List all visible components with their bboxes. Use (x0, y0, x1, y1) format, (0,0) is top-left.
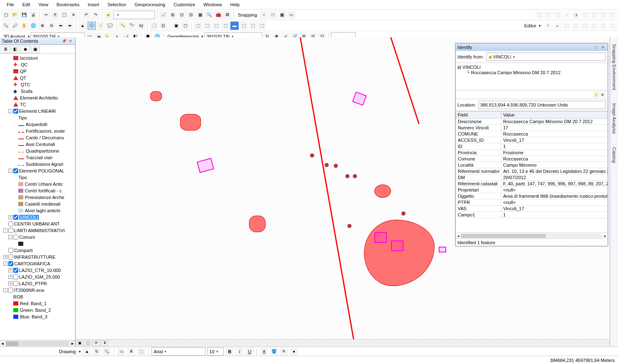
data-view-tab[interactable]: ▣ (76, 340, 83, 346)
editor-label[interactable]: Editor (523, 23, 538, 28)
tree-row[interactable]: +LAZIO_IGM_25.000 (0, 274, 75, 280)
layer-checkbox[interactable] (8, 261, 13, 266)
tree-row[interactable]: Preesistenze Arche (0, 194, 75, 201)
identify-active-icon[interactable]: ⓘ (88, 22, 96, 30)
expand-icon[interactable]: + (8, 268, 12, 272)
tool4-icon[interactable]: ⊟ (187, 11, 195, 19)
zoom-out-icon[interactable]: 🔎 (11, 22, 19, 30)
attr-row[interactable]: ComuneRoccasecca (456, 156, 608, 162)
tree-row[interactable]: RGB (0, 294, 75, 300)
tree-row[interactable]: Iscrizioni (0, 55, 75, 61)
open-icon[interactable]: 📂 (11, 11, 19, 19)
rect-icon[interactable]: ▭ (117, 347, 125, 356)
paste-icon[interactable]: 📋 (60, 11, 68, 19)
identify-from-dropdown[interactable]: ◆ VINCOLI (486, 53, 606, 61)
maximize-icon[interactable]: □ (593, 44, 599, 50)
tree-row[interactable]: +VINCOLI (0, 214, 75, 221)
catalog-icon[interactable]: ▦ (196, 11, 204, 19)
underline-icon[interactable]: U (245, 347, 254, 356)
attr-row[interactable]: VASVincoli_17 (456, 206, 608, 212)
drawing-label[interactable]: Drawing (57, 349, 77, 354)
attr-row[interactable]: DM20/07/2012 (456, 175, 608, 181)
hyperlink-icon[interactable]: ⚡ (97, 22, 105, 30)
tree-row[interactable]: Tipo (0, 114, 75, 121)
expand-icon[interactable]: - (8, 109, 12, 113)
edit-tool-icon[interactable]: ⬚ (599, 22, 607, 30)
menu-view[interactable]: View (34, 1, 53, 8)
tree-row[interactable]: Suddivisioni Agrari (0, 161, 75, 167)
tree-row[interactable]: -IT2000NR.ecw (0, 287, 75, 294)
expand-icon[interactable]: - (8, 235, 12, 239)
tree-row[interactable]: Tracciati viari (0, 154, 75, 161)
dock-tab-catalog[interactable]: Catalog (611, 145, 618, 165)
cad-tool-icon[interactable]: ⬚ (581, 11, 589, 19)
extra-icon[interactable]: ⬚ (249, 22, 257, 30)
tree-row[interactable]: -Comuni (0, 234, 75, 240)
tree-row[interactable]: CENTRI URBANI ANT (0, 221, 75, 227)
menu-windows[interactable]: Windows (199, 1, 226, 8)
tree-row[interactable]: Blue: Band_3 (0, 313, 75, 320)
zoom-in-icon[interactable]: 🔍 (2, 22, 10, 30)
attr-row[interactable]: Numero Vincoli17 (456, 125, 608, 131)
save-icon[interactable]: 💾 (20, 11, 28, 19)
pan-icon[interactable]: ✋ (20, 22, 28, 30)
tree-row[interactable]: Tipo (0, 174, 75, 181)
extra-icon[interactable]: ⬚ (221, 22, 230, 30)
cut-icon[interactable]: ✂ (42, 11, 50, 19)
new-doc-icon[interactable]: ▢ (2, 11, 10, 19)
expand-icon[interactable]: + (8, 281, 12, 286)
sel-tool-icon[interactable]: ▣ (172, 22, 180, 30)
layer-checkbox[interactable] (13, 268, 18, 273)
tree-row[interactable]: Fortificazioni, soste (0, 128, 75, 134)
edit-vertices-icon[interactable]: ⬚ (137, 347, 145, 356)
identify-result-tree[interactable]: ⊟ VINCOLI └ Roccasecca Campo Minonno DM … (456, 63, 608, 90)
full-extent-icon[interactable]: 🌐 (29, 22, 37, 30)
menu-selection[interactable]: Selection (103, 1, 130, 8)
attr-row[interactable]: LocalitàCampo Minonno (456, 162, 608, 168)
edit-tool-icon[interactable]: ⬚ (590, 22, 598, 30)
toolbox-icon[interactable]: 🧰 (214, 11, 222, 19)
attr-row[interactable]: Riferimenti normativiArt. 10, 13 e 45 de… (456, 168, 608, 175)
snap-grid-icon[interactable]: ▦ (278, 11, 286, 19)
cad-tool-icon[interactable]: ○ (562, 11, 571, 19)
tree-row[interactable]: Centri fortificati - c (0, 187, 75, 194)
cad-tool-icon[interactable]: ⬚ (590, 11, 598, 19)
layer-checkbox[interactable] (8, 228, 13, 233)
italic-icon[interactable]: I (235, 347, 244, 356)
scale-dropdown[interactable] (113, 11, 155, 19)
edit-tool-icon[interactable]: ▸ (553, 22, 562, 30)
fill-color-icon[interactable]: 🪣 (270, 347, 278, 356)
find-icon[interactable]: 🔭 (128, 22, 136, 30)
edit-tool-icon[interactable]: ⬚ (581, 22, 589, 30)
expand-icon[interactable]: - (3, 262, 7, 266)
extra-icon[interactable]: ⬚ (212, 22, 220, 30)
toc-list-visibility-icon[interactable]: ◆ (21, 46, 30, 53)
menu-help[interactable]: Help (226, 1, 244, 8)
delete-icon[interactable]: ✕ (69, 11, 78, 19)
redo-icon[interactable]: ↷ (91, 11, 100, 19)
tree-row[interactable]: QT (0, 75, 75, 81)
cad-tool-icon[interactable]: ⬚ (553, 11, 562, 19)
identify-attr-table[interactable]: Field Value DescrizioneRoccasecca Campo … (456, 111, 608, 233)
tree-row[interactable]: Green: Band_2 (0, 307, 75, 313)
tree-row[interactable]: QP (0, 68, 75, 75)
measure-icon[interactable]: 📏 (119, 22, 127, 30)
cad-tool-icon[interactable]: ◑ (572, 11, 580, 19)
layer-checkbox[interactable] (8, 221, 13, 226)
tree-row[interactable]: Alvei laghi antichi (0, 207, 75, 214)
bold-icon[interactable]: B (225, 347, 234, 356)
font-size-dropdown[interactable]: 10 (207, 347, 224, 356)
tree-row[interactable]: Centri Urbani Antic (0, 181, 75, 187)
extra-icon[interactable]: ⬚ (203, 22, 211, 30)
snap-circle-icon[interactable]: ○ (260, 11, 268, 19)
layer-checkbox[interactable] (8, 255, 13, 260)
toc-list-selection-icon[interactable]: ▣ (31, 46, 40, 53)
cad-tool-icon[interactable]: ⬚ (599, 11, 607, 19)
layer-checkbox[interactable] (13, 109, 18, 114)
tree-row[interactable]: -LIMITI AMMINISTRATIVI (0, 227, 75, 234)
toc-list-drawing-icon[interactable]: ≣ (1, 46, 10, 53)
tree-row[interactable]: Comparti (0, 247, 75, 254)
edit-tool-icon[interactable]: ✎ (544, 22, 552, 30)
layer-checkbox[interactable] (13, 215, 18, 220)
select-element-icon[interactable]: ▲ (83, 347, 91, 356)
